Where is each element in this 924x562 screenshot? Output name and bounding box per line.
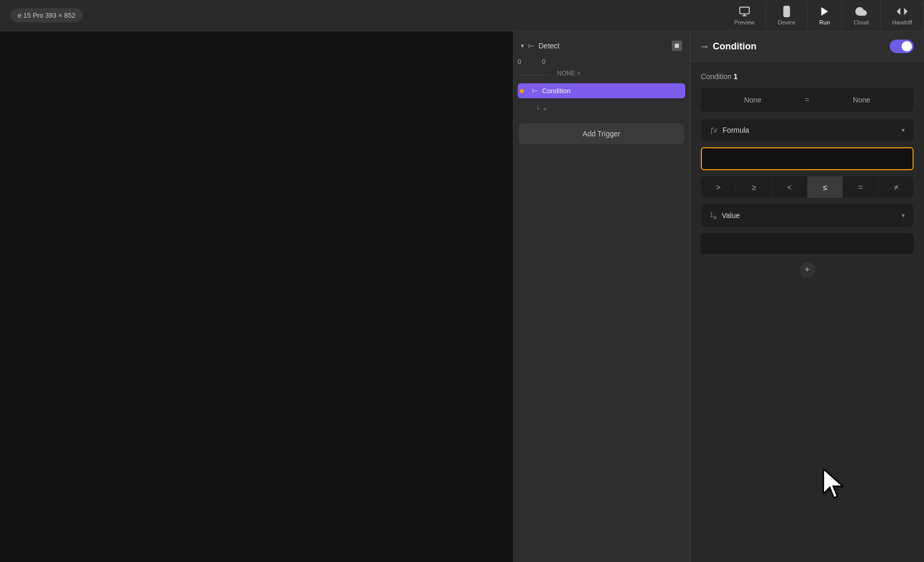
fx-icon: ƒx [710,126,717,134]
detect-dash-icon: ⊢ [528,42,534,50]
add-row[interactable]: └ + [514,101,689,116]
condition-branch-icon: ⊢ [532,87,538,95]
add-child-label: + [543,105,547,113]
play-icon [819,6,830,17]
detect-left: ▾ ⊢ Detect [521,42,668,50]
props-header: ⊸ Condition [690,31,924,62]
none-eq-label: NONE = [554,69,584,78]
svg-marker-3 [822,7,828,16]
props-title-row: ⊸ Condition [701,41,756,52]
device-label: e 15 Pro 393 × 852 [10,8,83,22]
monitor-icon [739,6,750,17]
cloud-label: Cloud [854,19,869,25]
toggle-switch[interactable] [890,40,914,53]
canvas-dark [0,31,513,562]
props-panel: ⊸ Condition Condition 1 None = None [690,31,924,562]
num-dots [518,75,549,75]
topbar-right: Preview Device Run Cloud [723,0,924,31]
code-icon [896,6,908,17]
topbar: e 15 Pro 393 × 852 Preview Device Run [0,0,924,31]
operator-row: > ≥ < ≤ = ≠ [701,176,914,198]
op-gte[interactable]: ≥ [736,176,772,198]
op-neq[interactable]: ≠ [879,176,914,198]
detect-stop-button[interactable] [672,41,682,51]
op-eq[interactable]: = [843,176,878,198]
detect-header: ▾ ⊢ Detect [514,36,689,55]
main-layout: ▾ ⊢ Detect 0 0 NONE = ⊢ Condition └ + [0,31,924,562]
cloud-button[interactable]: Cloud [842,2,881,30]
condition-box: None = None [701,88,914,112]
preview-button[interactable]: Preview [723,2,766,30]
value-left: 1a Value [710,211,740,220]
formula-dropdown-arrow: ▾ [902,126,905,134]
cloud-icon [855,6,867,17]
condition-label: Condition [542,87,571,95]
formula-label: Formula [723,126,749,134]
props-body: Condition 1 None = None ƒx Formula ▾ [690,62,924,562]
formula-left: ƒx Formula [710,126,749,134]
device-label-btn: Device [778,19,795,25]
run-label: Run [819,19,830,25]
value-icon: 1a [710,211,716,220]
condition-heading: Condition 1 [701,72,914,81]
value-dropdown[interactable]: 1a Value ▾ [701,204,914,227]
props-title: Condition [713,41,756,52]
svg-point-2 [786,14,787,15]
formula-input[interactable] [708,148,906,169]
props-share-icon: ⊸ [701,42,708,52]
add-condition-row: + [701,262,914,278]
op-lte[interactable]: ≤ [807,176,843,198]
add-child-icon: └ [535,105,540,112]
value-dropdown-arrow: ▾ [902,212,905,219]
num-val-1: 0 [518,58,521,66]
value-label: Value [722,211,740,220]
condition-dot [520,89,524,93]
detect-label: Detect [538,42,559,50]
trigger-panel: ▾ ⊢ Detect 0 0 NONE = ⊢ Condition └ + [513,31,690,562]
handoff-label: Handoff [892,19,912,25]
condition-row-wrapper: ⊢ Condition [514,82,689,99]
op-gt[interactable]: > [701,176,736,198]
condition-number: 1 [734,72,738,81]
cond-eq: = [802,95,813,105]
svg-rect-1 [784,6,790,17]
run-button[interactable]: Run [807,2,842,30]
numbers-display: 0 0 [514,55,689,69]
formula-dropdown[interactable]: ƒx Formula ▾ [701,119,914,141]
op-lt[interactable]: < [772,176,807,198]
value-input-wrapper [701,233,914,254]
cond-right: None [818,96,905,104]
add-condition-button[interactable]: + [800,262,815,278]
handoff-button[interactable]: Handoff [881,2,924,30]
num-val-2: 0 [542,58,546,66]
condition-row[interactable]: ⊢ Condition [518,83,685,98]
cond-left: None [709,96,797,104]
phone-icon [781,6,792,17]
device-button[interactable]: Device [766,2,807,30]
canvas-area [0,31,513,562]
chevron-down-icon: ▾ [521,42,524,49]
svg-rect-0 [740,7,749,14]
preview-label: Preview [734,19,754,25]
formula-input-wrapper [701,147,914,170]
add-trigger-button[interactable]: Add Trigger [519,123,684,144]
